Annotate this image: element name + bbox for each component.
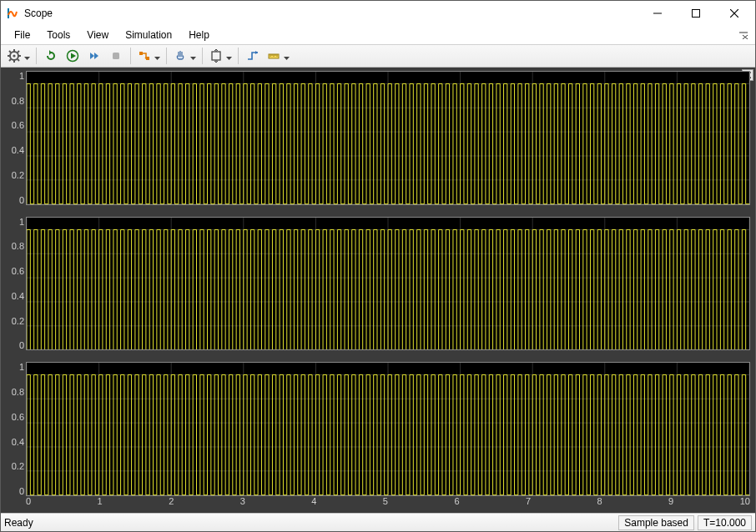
separator <box>202 48 203 64</box>
restart-button[interactable] <box>40 46 62 66</box>
svg-line-13 <box>18 51 19 53</box>
axes-3-row: 10.80.60.40.20 <box>6 362 750 496</box>
axes-1[interactable] <box>26 71 750 205</box>
app-icon <box>6 7 19 20</box>
collapse-toolstrip-icon[interactable] <box>737 28 750 42</box>
axes-2[interactable] <box>26 217 750 351</box>
status-time: T=10.000 <box>698 515 752 530</box>
axes-2-row: 10.80.60.40.20 <box>6 217 750 351</box>
stop-button[interactable] <box>105 46 127 66</box>
highlight-signal-button[interactable] <box>134 46 163 66</box>
axes-3-yticklabels: 10.80.60.40.20 <box>6 362 26 496</box>
separator <box>36 48 37 64</box>
svg-line-11 <box>9 51 11 53</box>
minimize-button[interactable] <box>638 1 677 26</box>
close-button[interactable] <box>715 1 753 26</box>
menu-help[interactable]: Help <box>180 28 218 43</box>
status-bar: Ready Sample based T=10.000 <box>1 513 755 531</box>
axes-2-yticklabels: 10.80.60.40.20 <box>6 217 26 351</box>
status-mode: Sample based <box>618 515 694 530</box>
chevron-down-icon <box>154 51 160 63</box>
menu-bar: File Tools View Simulation Help <box>1 26 755 44</box>
axes-stack: 10.80.60.40.20 10.80.60.40.20 10.80.60.4… <box>6 71 750 511</box>
maximize-button[interactable] <box>677 1 715 26</box>
autoscale-button[interactable] <box>206 46 234 66</box>
axes-1-row: 10.80.60.40.20 <box>6 71 750 205</box>
xaxis-row: 012345678910 <box>6 496 750 511</box>
menu-file[interactable]: File <box>6 28 38 43</box>
status-text: Ready <box>4 517 615 529</box>
xaxis-ticklabels: 012345678910 <box>26 496 750 511</box>
pan-button[interactable] <box>170 46 199 66</box>
svg-rect-16 <box>113 53 119 59</box>
measurements-button[interactable] <box>264 46 292 66</box>
svg-rect-2 <box>693 10 700 18</box>
step-forward-button[interactable] <box>83 46 105 66</box>
chevron-down-icon <box>190 51 196 63</box>
configure-button[interactable] <box>4 46 33 66</box>
separator <box>130 48 131 64</box>
scope-display: 10.80.60.40.20 10.80.60.40.20 10.80.60.4… <box>1 68 755 513</box>
separator <box>166 48 167 64</box>
play-button[interactable] <box>62 46 83 66</box>
axes-1-yticklabels: 10.80.60.40.20 <box>6 71 26 205</box>
svg-rect-17 <box>139 52 143 55</box>
toolbar <box>1 44 755 68</box>
svg-line-14 <box>9 59 11 61</box>
axes-3[interactable] <box>26 362 750 496</box>
window-titlebar: Scope <box>1 1 755 26</box>
triggers-button[interactable] <box>242 46 264 66</box>
chevron-down-icon <box>24 51 30 63</box>
window-title: Scope <box>24 8 638 19</box>
chevron-down-icon <box>226 51 232 63</box>
separator <box>238 48 239 64</box>
svg-rect-19 <box>212 52 220 60</box>
svg-line-12 <box>18 59 19 61</box>
svg-point-6 <box>13 54 15 57</box>
menu-view[interactable]: View <box>78 28 117 43</box>
menu-simulation[interactable]: Simulation <box>117 28 180 43</box>
menu-tools[interactable]: Tools <box>38 28 78 43</box>
chevron-down-icon <box>284 51 290 63</box>
